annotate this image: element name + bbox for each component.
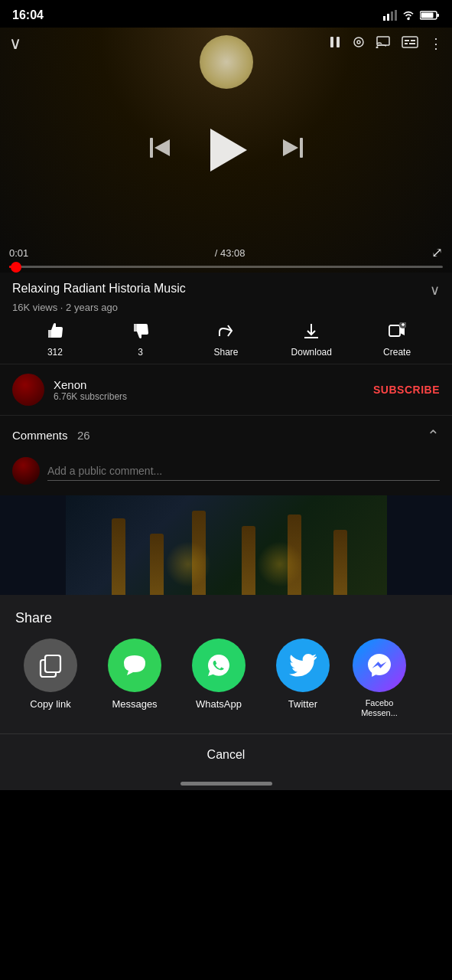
pause-button[interactable] — [328, 35, 342, 53]
like-button[interactable]: 312 — [12, 322, 98, 358]
svg-rect-6 — [437, 14, 439, 17]
comments-expand-icon[interactable]: ⌃ — [427, 426, 440, 445]
like-icon — [46, 322, 64, 344]
play-button[interactable] — [203, 127, 249, 173]
comments-title: Comments — [12, 429, 68, 442]
svg-marker-20 — [154, 139, 170, 156]
captions-icon[interactable] — [402, 36, 418, 52]
share-whatsapp[interactable]: WhatsApp — [180, 639, 257, 718]
svg-rect-3 — [395, 10, 397, 21]
user-avatar — [12, 457, 40, 485]
svg-rect-29 — [45, 655, 60, 672]
subscribe-button[interactable]: SUBSCRIBE — [373, 384, 440, 396]
home-indicator — [0, 776, 452, 790]
dislike-button[interactable]: 3 — [98, 322, 184, 358]
svg-rect-8 — [330, 37, 333, 47]
next-button[interactable] — [280, 138, 303, 163]
more-options-icon[interactable]: ⋮ — [429, 35, 443, 52]
previous-button[interactable] — [150, 138, 173, 163]
channel-row: Xenon 6.76K subscribers SUBSCRIBE — [0, 364, 452, 415]
total-time: / 43:08 — [215, 247, 246, 259]
wifi-icon — [402, 10, 415, 21]
share-icon — [216, 322, 235, 344]
whatsapp-label: WhatsApp — [196, 698, 242, 710]
download-button[interactable]: Download — [268, 322, 354, 358]
svg-rect-9 — [337, 37, 340, 47]
share-messages[interactable]: Messages — [96, 639, 173, 718]
channel-name: Xenon — [54, 378, 373, 391]
channel-subscribers: 6.76K subscribers — [54, 391, 373, 402]
dislike-count: 3 — [138, 347, 143, 358]
create-button[interactable]: Create — [354, 322, 440, 358]
channel-info: Xenon 6.76K subscribers — [54, 378, 373, 402]
share-label: Share — [213, 347, 238, 358]
video-player[interactable]: ∨ — [0, 28, 452, 273]
action-row: 312 3 Share — [12, 322, 440, 358]
svg-point-11 — [357, 41, 360, 44]
thumbnail-preview — [0, 495, 452, 595]
share-facebook-messenger[interactable]: FaceboMessen... — [349, 639, 410, 718]
progress-bar[interactable] — [9, 266, 443, 268]
channel-avatar — [12, 374, 44, 406]
copy-link-label: Copy link — [30, 698, 70, 710]
status-icons — [383, 10, 440, 21]
messenger-icon — [353, 639, 406, 692]
messenger-label: FaceboMessen... — [361, 698, 398, 718]
share-twitter[interactable]: Twitter — [265, 639, 341, 718]
dislike-icon — [132, 322, 150, 344]
home-bar — [180, 782, 272, 786]
current-time: 0:01 — [9, 247, 28, 259]
svg-rect-2 — [391, 11, 393, 21]
svg-point-13 — [376, 46, 379, 48]
cancel-button[interactable]: Cancel — [0, 734, 452, 776]
svg-rect-21 — [300, 138, 303, 158]
battery-icon — [420, 10, 440, 21]
share-apps-row: Copy link Messages WhatsApp — [0, 639, 452, 733]
playback-controls — [150, 127, 303, 173]
status-bar: 16:04 — [0, 0, 452, 28]
expand-icon[interactable]: ∨ — [430, 282, 440, 299]
share-title: Share — [0, 610, 452, 639]
share-panel: Share Copy link Messages — [0, 595, 452, 776]
comments-count: 26 — [77, 429, 90, 442]
svg-rect-0 — [383, 16, 385, 21]
video-title: Relaxing Radiant Historia Music — [12, 282, 424, 296]
download-label: Download — [291, 347, 332, 358]
svg-point-4 — [407, 18, 410, 21]
twitter-icon — [276, 639, 330, 692]
svg-rect-14 — [402, 37, 418, 47]
svg-rect-1 — [387, 14, 389, 21]
minimize-button[interactable]: ∨ — [9, 34, 21, 54]
copy-link-icon — [24, 639, 77, 692]
svg-rect-12 — [377, 37, 389, 45]
comments-section: Comments 26 ⌃ — [0, 415, 452, 452]
like-count: 312 — [47, 347, 63, 358]
status-time: 16:04 — [12, 8, 44, 22]
svg-marker-22 — [283, 139, 298, 156]
messages-icon — [108, 639, 161, 692]
comment-input[interactable] — [47, 462, 440, 481]
share-copy-link[interactable]: Copy link — [12, 639, 89, 718]
create-label: Create — [383, 347, 411, 358]
svg-point-10 — [354, 38, 363, 47]
video-meta: 16K views · 2 years ago — [12, 302, 440, 313]
svg-rect-19 — [150, 138, 153, 158]
switch-icon[interactable] — [353, 36, 365, 52]
cast-icon[interactable] — [376, 36, 391, 52]
twitter-label: Twitter — [288, 698, 317, 710]
create-icon — [388, 322, 406, 344]
download-icon — [302, 322, 320, 344]
comment-input-row — [0, 452, 452, 495]
svg-rect-24 — [389, 325, 400, 336]
whatsapp-icon — [192, 639, 246, 692]
video-bottom-controls: 0:01 / 43:08 ⤢ — [0, 240, 452, 273]
signal-icon — [383, 10, 397, 21]
share-button[interactable]: Share — [184, 322, 269, 358]
video-info: Relaxing Radiant Historia Music ∨ 16K vi… — [0, 273, 452, 364]
video-top-controls: ∨ — [0, 34, 452, 54]
svg-rect-7 — [421, 13, 434, 18]
fullscreen-button[interactable]: ⤢ — [431, 244, 443, 261]
progress-handle[interactable] — [11, 262, 21, 273]
messages-label: Messages — [112, 698, 157, 710]
